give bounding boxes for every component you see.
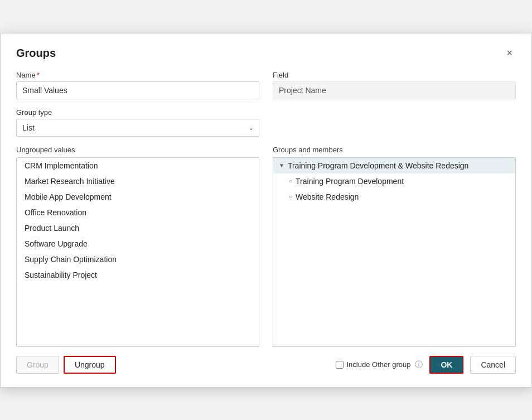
info-icon: ⓘ [415,360,423,370]
include-other-label[interactable]: Include Other group ⓘ [336,360,423,370]
panels-row: Ungrouped values CRM Implementation Mark… [16,146,516,347]
ungrouped-list[interactable]: CRM Implementation Market Research Initi… [16,157,259,347]
ungrouped-label: Ungrouped values [16,146,259,154]
member-name: Training Program Development [296,177,404,186]
ungrouped-panel: Ungrouped values CRM Implementation Mark… [16,146,259,347]
dialog-header: Groups × [16,47,516,60]
cancel-button[interactable]: Cancel [470,356,516,374]
group-type-label: Group type [16,108,259,117]
list-item[interactable]: Sustainability Project [17,267,259,283]
tree-member-item[interactable]: ○ Training Program Development [273,173,515,189]
field-placeholder [273,108,516,137]
group-type-select[interactable]: List Bin Advanced [16,119,259,137]
member-dot-icon: ○ [289,178,292,184]
footer-right: Include Other group ⓘ OK Cancel [336,356,516,374]
list-item[interactable]: Product Launch [17,220,259,236]
expand-arrow-icon: ▼ [279,162,284,168]
dialog-footer: Group Ungroup Include Other group ⓘ OK C… [16,356,516,374]
list-item[interactable]: Office Renovation [17,205,259,220]
group-type-select-wrapper[interactable]: List Bin Advanced ⌄ [16,119,259,137]
list-item[interactable]: Supply Chain Optimization [17,252,259,267]
close-button[interactable]: × [503,47,516,59]
member-dot-icon: ○ [289,194,292,200]
include-other-checkbox[interactable] [336,361,344,369]
name-group: Name* [16,71,259,99]
groups-panel: Groups and members ▼ Training Program De… [273,146,516,347]
groups-dialog: Groups × Name* Field Project Name Group … [0,33,532,388]
list-item[interactable]: CRM Implementation [17,158,259,173]
group-button[interactable]: Group [16,356,59,374]
include-other-text: Include Other group [347,360,411,369]
list-item[interactable]: Mobile App Development [17,189,259,205]
dialog-title: Groups [16,47,56,60]
field-label: Field [273,71,516,79]
field-value: Project Name [273,81,516,99]
groups-list[interactable]: ▼ Training Program Development & Website… [273,157,516,347]
name-input[interactable] [16,81,259,99]
name-field-row: Name* Field Project Name [16,71,516,99]
list-item[interactable]: Software Upgrade [17,236,259,252]
field-group: Field Project Name [273,71,516,99]
member-name: Website Redesign [296,192,359,201]
ungroup-button[interactable]: Ungroup [64,356,116,374]
list-item[interactable]: Market Research Initiative [17,173,259,189]
name-label: Name* [16,71,259,79]
group-name: Training Program Development & Website R… [288,161,469,170]
footer-left: Group Ungroup [16,356,116,374]
group-type-group: Group type List Bin Advanced ⌄ [16,108,259,137]
ok-button[interactable]: OK [429,356,463,374]
tree-member-item[interactable]: ○ Website Redesign [273,189,515,205]
group-type-row: Group type List Bin Advanced ⌄ [16,108,516,137]
groups-label: Groups and members [273,146,516,154]
group-header-item[interactable]: ▼ Training Program Development & Website… [273,158,515,173]
